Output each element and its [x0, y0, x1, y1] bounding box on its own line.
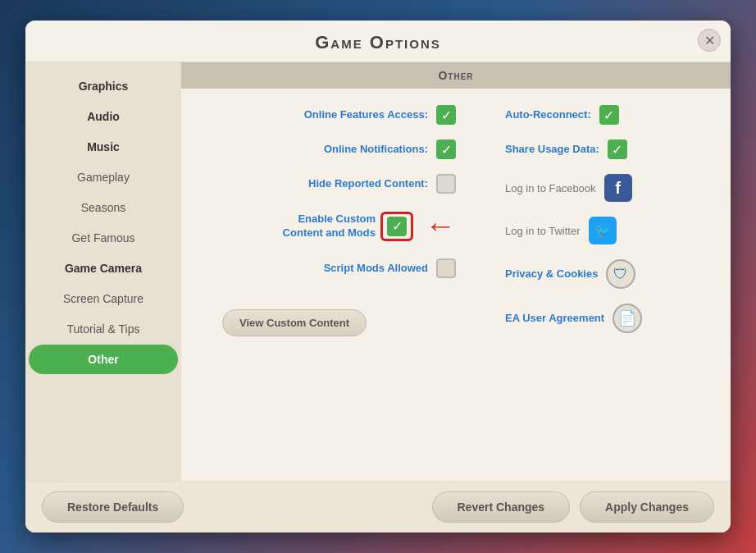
main-content: Other Online Features Access: ✓ Online N…	[181, 62, 731, 481]
dialog-header: Game Options ✕	[25, 21, 731, 62]
option-enable-custom-wrapper: Enable CustomContent and Mods ✓ ←	[206, 208, 456, 244]
ea-agreement-label: EA User Agreement	[505, 312, 604, 326]
sidebar-item-game-camera[interactable]: Game Camera	[29, 254, 178, 283]
revert-changes-button[interactable]: Revert Changes	[432, 491, 571, 523]
enable-custom-checkbox[interactable]: ✓	[387, 217, 407, 236]
sidebar: Graphics Audio Music Gameplay Seasons Ge…	[25, 62, 181, 481]
content-grid: Online Features Access: ✓ Online Notific…	[181, 89, 731, 353]
sidebar-item-screen-capture[interactable]: Screen Capture	[29, 284, 178, 313]
online-notifications-checkbox[interactable]: ✓	[436, 139, 456, 159]
option-share-usage: Share Usage Data: ✓	[472, 139, 706, 159]
facebook-icon[interactable]: f	[604, 174, 632, 202]
sidebar-item-other[interactable]: Other	[29, 345, 178, 374]
twitter-icon[interactable]: 🐦	[589, 217, 617, 245]
dialog-body: Graphics Audio Music Gameplay Seasons Ge…	[25, 62, 731, 481]
option-script-mods: Script Mods Allowed	[206, 258, 456, 278]
hide-reported-checkbox[interactable]	[436, 174, 456, 194]
option-online-features: Online Features Access: ✓	[206, 105, 456, 125]
sidebar-item-seasons[interactable]: Seasons	[29, 193, 178, 222]
sidebar-item-audio[interactable]: Audio	[29, 102, 178, 131]
close-button[interactable]: ✕	[698, 29, 721, 52]
enable-custom-highlight-box: ✓	[380, 212, 413, 241]
share-usage-checkbox[interactable]: ✓	[608, 139, 627, 159]
view-custom-wrapper: View Custom Content	[206, 301, 456, 336]
option-twitter: Log in to Twitter 🐦	[472, 217, 706, 245]
online-features-checkbox[interactable]: ✓	[436, 105, 456, 125]
option-hide-reported: Hide Reported Content:	[206, 174, 456, 194]
privacy-label: Privacy & Cookies	[505, 267, 598, 281]
sidebar-item-get-famous[interactable]: Get Famous	[29, 223, 178, 253]
option-auto-reconnect: Auto-Reconnect: ✓	[472, 105, 706, 125]
arrow-icon: ←	[425, 208, 456, 244]
script-mods-label: Script Mods Allowed	[324, 262, 428, 276]
share-usage-label: Share Usage Data:	[505, 143, 599, 157]
online-features-label: Online Features Access:	[304, 108, 428, 122]
dialog-footer: Restore Defaults Revert Changes Apply Ch…	[25, 481, 731, 532]
option-ea-agreement: EA User Agreement 📄	[472, 304, 706, 333]
sidebar-item-gameplay[interactable]: Gameplay	[29, 162, 178, 192]
privacy-shield-icon[interactable]: 🛡	[606, 259, 635, 289]
facebook-label: Log in to Facebook	[505, 182, 596, 194]
sidebar-item-music[interactable]: Music	[29, 132, 178, 162]
twitter-label: Log in to Twitter	[505, 225, 581, 237]
sidebar-item-tutorial[interactable]: Tutorial & Tips	[29, 314, 178, 344]
option-online-notifications: Online Notifications: ✓	[206, 139, 456, 159]
auto-reconnect-label: Auto-Reconnect:	[505, 108, 591, 122]
arrow-wrapper: ←	[425, 208, 456, 244]
online-notifications-label: Online Notifications:	[324, 143, 428, 157]
option-privacy: Privacy & Cookies 🛡	[472, 259, 706, 289]
restore-defaults-button[interactable]: Restore Defaults	[42, 491, 184, 523]
game-options-dialog: Game Options ✕ Graphics Audio Music Game…	[25, 21, 731, 532]
sidebar-item-graphics[interactable]: Graphics	[29, 71, 178, 101]
script-mods-checkbox[interactable]	[436, 258, 456, 278]
left-column: Online Features Access: ✓ Online Notific…	[206, 105, 456, 336]
dialog-title: Game Options	[315, 32, 441, 53]
enable-custom-label: Enable CustomContent and Mods	[283, 213, 376, 240]
auto-reconnect-checkbox[interactable]: ✓	[599, 105, 619, 125]
right-column: Auto-Reconnect: ✓ Share Usage Data: ✓ Lo…	[456, 105, 706, 336]
ea-agreement-doc-icon[interactable]: 📄	[613, 304, 642, 333]
view-custom-button[interactable]: View Custom Content	[222, 309, 367, 336]
hide-reported-label: Hide Reported Content:	[308, 177, 428, 191]
section-header: Other	[181, 62, 731, 89]
apply-changes-button[interactable]: Apply Changes	[580, 491, 714, 523]
option-facebook: Log in to Facebook f	[472, 174, 706, 202]
footer-right-buttons: Revert Changes Apply Changes	[432, 491, 715, 523]
